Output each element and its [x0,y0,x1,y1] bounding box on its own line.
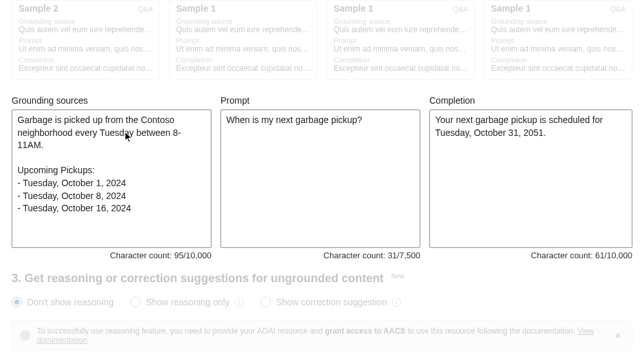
sample-field-value: Quis autem vel eum iure reprehenderit... [334,25,468,34]
sample-card[interactable]: Sample 1 Q&A Grounding source Quis autem… [327,0,475,80]
grounding-charcount: Character count: 95/10,000 [12,248,211,260]
step3-title: 3. Get reasoning or correction suggestio… [12,272,632,285]
sample-field-value: Quis autem vel eum iure reprehenderit... [491,25,625,34]
sample-field-value: Excepteur sint occaecat cupidatat non p.… [491,64,625,73]
banner-bold: grant access to AACS [325,327,405,336]
sample-card[interactable]: Sample 2 Q&A Grounding source Quis autem… [12,0,160,80]
step3-section: 3. Get reasoning or correction suggestio… [0,260,644,351]
radio-dont-show[interactable]: Don't show reasoning [12,297,113,307]
radio-icon [130,297,141,307]
sample-field-value: Ut enim ad minima veniam, quis nostru... [19,44,153,53]
grounding-column: Grounding sources Garbage is picked up f… [12,95,211,260]
sample-field-label: Grounding source [491,17,625,25]
sample-title: Sample 1 [334,3,373,14]
sample-title: Sample 1 [176,3,215,14]
sample-field-label: Completion [334,56,468,64]
sample-field-label: Prompt [491,37,625,44]
prompt-column: Prompt When is my next garbage pickup? C… [220,95,420,260]
radio-correction[interactable]: Show correction suggestion i [260,297,401,307]
banner-suffix: to use this resource following the docum… [405,327,578,336]
radio-label: Show correction suggestion [276,297,387,307]
info-circle-icon [20,330,30,341]
sample-field-value: Quis autem vel eum iure reprehenderit... [19,25,153,34]
completion-input[interactable]: Your next garbage pickup is scheduled fo… [429,110,632,248]
banner-prefix: To successfully use reasoning feature, y… [37,327,325,336]
sample-card[interactable]: Sample 1 Q&A Grounding source Quis autem… [484,0,632,80]
completion-header: Completion [429,95,632,110]
info-banner: To successfully use reasoning feature, y… [12,320,632,351]
step3-title-text: 3. Get reasoning or correction suggestio… [12,272,384,285]
grounding-input[interactable]: Garbage is picked up from the Contoso ne… [12,110,211,248]
radio-icon [12,297,22,307]
sample-field-label: Prompt [334,37,468,44]
radio-label: Don't show reasoning [27,297,113,307]
sample-field-label: Prompt [176,37,310,44]
prompt-charcount: Character count: 31/7,500 [220,248,420,260]
sample-field-value: Excepteur sint occaecat cupidatat non p.… [19,64,153,73]
sample-field-label: Grounding source [19,17,153,25]
sample-tag: Q&A [453,5,468,13]
sample-cards-row: Sample 2 Q&A Grounding source Quis autem… [0,0,644,86]
sample-card[interactable]: Sample 1 Grounding source Quis autem vel… [169,0,317,80]
editor-row: Grounding sources Garbage is picked up f… [0,86,644,260]
new-badge: New [391,272,405,280]
sample-field-label: Completion [19,56,153,64]
info-icon[interactable]: i [235,298,244,307]
sample-title: Sample 1 [491,3,531,14]
sample-field-label: Prompt [19,37,153,44]
sample-field-label: Grounding source [334,17,468,25]
completion-charcount: Character count: 61/10,000 [429,248,632,260]
sample-field-value: Excepteur sint occaecat cupidatat non p.… [334,64,468,73]
info-icon[interactable]: i [392,298,401,307]
banner-text: To successfully use reasoning feature, y… [37,327,605,345]
radio-label: Show reasoning only [146,297,229,307]
sample-field-label: Completion [491,56,625,64]
prompt-header: Prompt [220,95,420,110]
sample-field-value: Quis autem vel eum iure reprehenderit... [176,25,310,34]
completion-column: Completion Your next garbage pickup is s… [429,95,632,260]
radio-icon [260,297,271,307]
prompt-input[interactable]: When is my next garbage pickup? [220,110,420,248]
sample-field-value: Ut enim ad minima veniam, quis nostru... [334,44,468,53]
sample-field-label: Grounding source [176,17,310,25]
sample-field-value: Ut enim ad minima veniam, quis nostru... [176,44,310,53]
reasoning-radio-group: Don't show reasoning Show reasoning only… [12,297,632,307]
radio-reasoning-only[interactable]: Show reasoning only i [130,297,244,307]
sample-field-value: Excepteur sint occaecat cupidatat non p.… [176,64,310,73]
sample-tag: Q&A [610,5,625,13]
sample-field-label: Completion [176,56,310,64]
sample-tag: Q&A [138,5,153,13]
banner-close-button[interactable]: ✕ [612,330,624,342]
sample-title: Sample 2 [19,3,58,14]
sample-field-value: Ut enim ad minima veniam, quis nostru... [491,44,625,53]
grounding-header: Grounding sources [12,95,211,110]
